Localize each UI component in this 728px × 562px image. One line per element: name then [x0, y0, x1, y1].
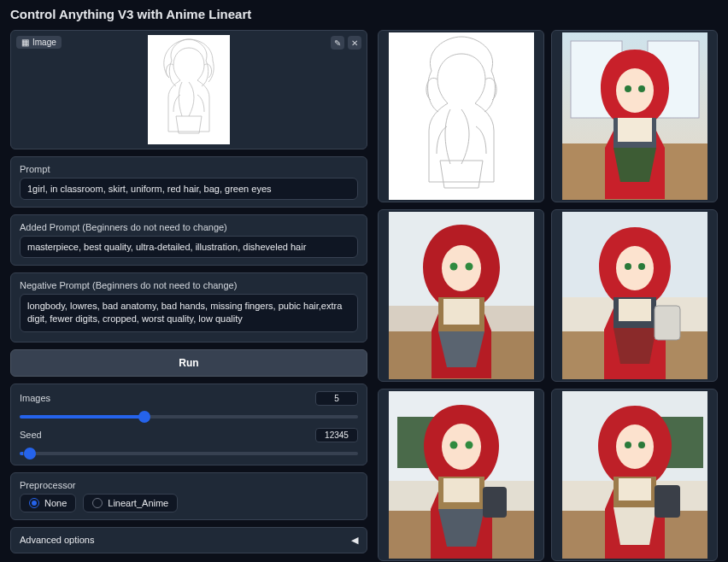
svg-point-24	[442, 424, 481, 470]
svg-point-10	[442, 245, 481, 291]
preprocessor-label: Preprocessor	[20, 480, 358, 490]
run-button[interactable]: Run	[10, 349, 367, 377]
added-prompt-panel: Added Prompt (Beginners do not need to c…	[10, 214, 367, 266]
images-slider-value[interactable]: 5	[315, 391, 358, 406]
svg-rect-19	[655, 306, 680, 340]
gallery-item[interactable]	[551, 209, 718, 382]
negative-prompt-panel: Negative Prompt (Beginners do not need t…	[10, 272, 367, 342]
close-icon[interactable]: ✕	[348, 36, 361, 50]
gallery-item[interactable]	[551, 30, 718, 202]
svg-point-5	[625, 85, 631, 92]
svg-point-33	[625, 442, 631, 448]
svg-point-16	[616, 246, 654, 290]
svg-point-6	[638, 85, 645, 92]
seed-slider-label: Seed	[20, 430, 42, 440]
input-image-panel[interactable]: ▦ Image ✎ ✕	[10, 30, 367, 149]
seed-slider-value[interactable]: 12345	[315, 428, 358, 442]
preprocessor-option-lineart-label: Lineart_Anime	[108, 498, 168, 508]
advanced-options-accordion[interactable]: Advanced options ◀	[10, 527, 367, 553]
preprocessor-option-none[interactable]: None	[20, 494, 76, 512]
preprocessor-panel: Preprocessor None Lineart_Anime	[10, 472, 367, 520]
gallery-item[interactable]	[378, 209, 544, 382]
page-title: Control Anything V3 with Anime Lineart	[10, 7, 718, 21]
svg-point-25	[449, 442, 457, 449]
added-prompt-input[interactable]	[20, 236, 358, 258]
sliders-panel: Images 5 Seed 12345	[10, 383, 367, 465]
added-prompt-label: Added Prompt (Beginners do not need to c…	[20, 222, 358, 232]
preprocessor-option-lineart[interactable]: Lineart_Anime	[83, 494, 178, 512]
image-badge: ▦ Image	[16, 36, 62, 49]
preprocessor-option-none-label: None	[44, 498, 67, 508]
svg-point-18	[638, 263, 645, 270]
images-slider-label: Images	[20, 393, 50, 403]
image-badge-label: Image	[32, 38, 56, 47]
svg-point-12	[465, 263, 473, 271]
svg-point-34	[638, 442, 645, 448]
gallery-item[interactable]	[551, 389, 718, 561]
chevron-left-icon: ◀	[351, 535, 358, 546]
svg-point-26	[465, 442, 473, 449]
radio-icon	[29, 498, 39, 508]
gallery-item[interactable]	[378, 389, 544, 561]
svg-point-32	[616, 424, 654, 469]
svg-rect-35	[655, 485, 680, 518]
prompt-panel: Prompt	[10, 156, 367, 208]
seed-slider[interactable]	[20, 452, 358, 455]
prompt-label: Prompt	[20, 164, 358, 174]
negative-prompt-input[interactable]	[20, 294, 358, 332]
prompt-input[interactable]	[20, 178, 358, 200]
radio-icon	[92, 498, 103, 508]
svg-point-4	[616, 68, 654, 113]
svg-point-17	[625, 263, 631, 270]
image-icon: ▦	[21, 38, 29, 47]
svg-point-11	[449, 263, 457, 271]
images-slider[interactable]	[20, 415, 358, 419]
edit-icon[interactable]: ✎	[331, 36, 344, 50]
svg-rect-27	[483, 487, 507, 518]
output-gallery	[378, 30, 718, 561]
input-lineart-preview	[148, 35, 230, 144]
advanced-options-label: Advanced options	[20, 535, 94, 545]
negative-prompt-label: Negative Prompt (Beginners do not need t…	[20, 280, 358, 290]
gallery-item[interactable]	[378, 30, 544, 202]
